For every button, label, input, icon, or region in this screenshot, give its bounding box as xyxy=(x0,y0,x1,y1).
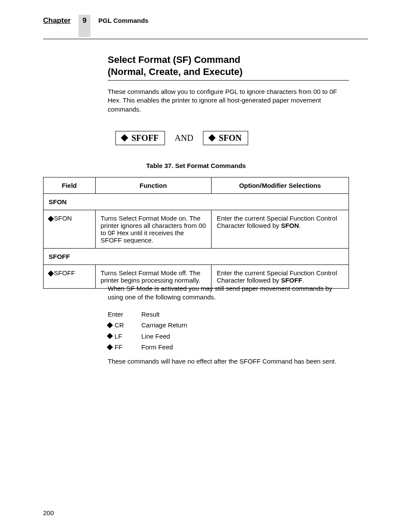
th-function: Function xyxy=(95,177,211,194)
cell-field-sfoff: SFOFF xyxy=(44,265,96,289)
syntax-sfon-text: SFON xyxy=(219,133,242,143)
option-sfon-bold: SFON xyxy=(281,222,299,229)
syntax-and: AND xyxy=(174,133,193,143)
cmd-result-cr: Carriage Return xyxy=(141,320,187,331)
command-list: Enter Result CR Carriage Return LF Line … xyxy=(108,309,349,353)
option-sfon-post: . xyxy=(299,222,301,229)
after-para1: When SF Mode is activated you may still … xyxy=(108,284,349,302)
syntax-row: SFOFF AND SFON xyxy=(108,131,349,145)
section-title-line2: (Normal, Create, and Execute) xyxy=(108,66,243,77)
table-header-row: Field Function Option/Modifier Selection… xyxy=(44,177,349,194)
th-option: Option/Modifier Selections xyxy=(211,177,349,194)
cmd-result-lf: Line Feed xyxy=(141,331,170,342)
content-area: Select Format (SF) Command (Normal, Crea… xyxy=(108,54,349,167)
option-sfoff-bold: SFOFF xyxy=(281,277,302,284)
table-row: SFON Turns Select Format Mode on. The pr… xyxy=(44,210,349,249)
section-title-line1: Select Format (SF) Command xyxy=(108,54,240,65)
header-title: PGL Commands xyxy=(98,17,148,24)
cmd-code-lf-text: LF xyxy=(115,331,122,342)
option-sfoff-post: . xyxy=(302,277,304,284)
chapter-number: 9 xyxy=(78,15,90,37)
cmd-row: CR Carriage Return xyxy=(108,320,349,331)
table-caption: Table 37. Set Format Commands xyxy=(43,162,349,169)
diamond-icon xyxy=(107,344,113,350)
cmd-result-ff: Form Feed xyxy=(141,342,173,353)
intro-paragraph: These commands allow you to configure PG… xyxy=(108,87,349,114)
diamond-icon xyxy=(107,333,113,339)
cell-option-sfon: Enter the current Special Function Contr… xyxy=(211,210,349,249)
cmd-code-cr: CR xyxy=(108,320,141,331)
subhead-sfon: SFON xyxy=(44,194,349,210)
syntax-box-sfon: SFON xyxy=(203,131,248,145)
table-wrap: Table 37. Set Format Commands Field Func… xyxy=(43,162,349,289)
cmd-row: FF Form Feed xyxy=(108,342,349,353)
option-sfoff-pre: Enter the current Special Function Contr… xyxy=(217,269,337,284)
th-field: Field xyxy=(44,177,96,194)
cmd-head-enter: Enter xyxy=(108,309,141,320)
syntax-sfoff-text: SFOFF xyxy=(131,133,159,143)
cmd-code-lf: LF xyxy=(108,331,141,342)
after-para2: These commands will have no effect after… xyxy=(108,357,349,366)
syntax-box-sfoff: SFOFF xyxy=(115,131,165,145)
chapter-label: Chapter xyxy=(43,16,71,25)
field-sfoff-text: SFOFF xyxy=(54,269,75,277)
page-number: 200 xyxy=(43,509,54,516)
option-sfon-pre: Enter the current Special Function Contr… xyxy=(217,215,337,229)
cmd-code-ff: FF xyxy=(108,342,141,353)
cmd-code-ff-text: FF xyxy=(115,342,122,353)
set-format-table: Field Function Option/Modifier Selection… xyxy=(43,177,349,289)
field-sfon-text: SFON xyxy=(54,215,72,222)
subhead-sfoff: SFOFF xyxy=(44,249,349,265)
cell-function-sfon: Turns Select Format Mode on. The printer… xyxy=(95,210,211,249)
table-subhead-row: SFON xyxy=(44,194,349,210)
cmd-header-row: Enter Result xyxy=(108,309,349,320)
diamond-icon xyxy=(48,271,54,277)
diamond-icon xyxy=(121,134,128,142)
table-subhead-row: SFOFF xyxy=(44,249,349,265)
diamond-icon xyxy=(107,322,113,328)
diamond-icon xyxy=(208,134,215,142)
cmd-head-result: Result xyxy=(141,309,160,320)
cmd-row: LF Line Feed xyxy=(108,331,349,342)
after-table: When SF Mode is activated you may still … xyxy=(108,284,349,373)
diamond-icon xyxy=(48,216,54,222)
cell-field-sfon: SFON xyxy=(44,210,96,249)
page-header: Chapter 9 PGL Commands xyxy=(43,16,368,39)
cmd-code-cr-text: CR xyxy=(115,320,124,331)
section-title: Select Format (SF) Command (Normal, Crea… xyxy=(108,54,349,81)
